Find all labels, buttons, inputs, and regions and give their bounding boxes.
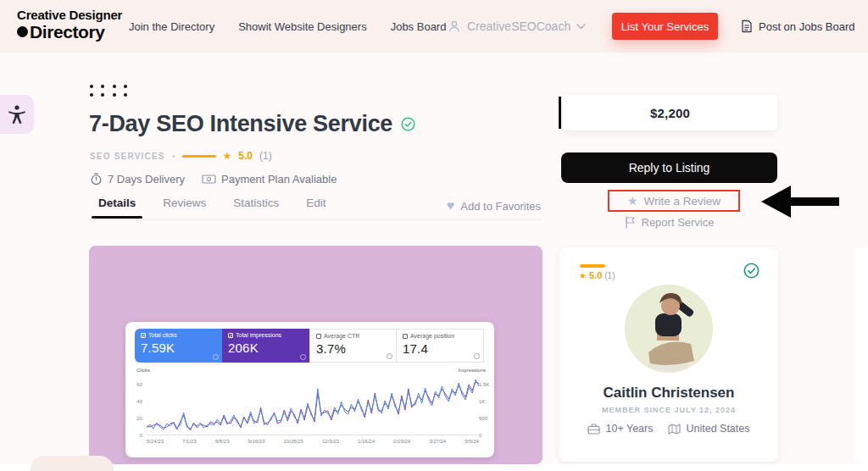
x-axis-ticks: 5/24/237/1/238/8/239/16/2310/25/2312/3/2… bbox=[147, 439, 479, 444]
star-icon: ★ bbox=[627, 195, 638, 207]
rating-bar bbox=[182, 155, 216, 158]
search-console-screenshot: Total clicks 7.59K Total impressions 206… bbox=[125, 322, 494, 457]
metric-value: 7.59K bbox=[141, 341, 217, 355]
seller-details: 10+ Years United States bbox=[559, 423, 778, 435]
main-nav: Join the Directory Showit Website Design… bbox=[129, 0, 446, 53]
metric-value: 3.7% bbox=[316, 341, 391, 356]
delivery-attribute: 7 Days Delivery bbox=[90, 173, 185, 186]
checkbox-checked-icon bbox=[228, 333, 233, 338]
tab-statistics[interactable]: Statistics bbox=[233, 197, 279, 218]
header: Creative Designer Directory Join the Dir… bbox=[0, 0, 868, 53]
star-icon: ★ bbox=[579, 271, 587, 280]
report-service-button[interactable]: Report Service bbox=[561, 213, 777, 231]
flag-icon bbox=[625, 216, 636, 229]
chart-plot-area bbox=[147, 376, 479, 435]
experience-label: 10+ Years bbox=[605, 423, 653, 435]
checkbox-checked-icon bbox=[141, 333, 146, 338]
rating-count: (1) bbox=[604, 271, 615, 280]
checkbox-icon bbox=[316, 334, 321, 339]
report-service-label: Report Service bbox=[642, 216, 715, 229]
listing-meta: SEO SERVICES • ★ 5.0 (1) bbox=[90, 150, 272, 162]
verified-check-icon bbox=[401, 117, 415, 131]
delivery-label: 7 Days Delivery bbox=[108, 173, 185, 186]
metric-card-total-clicks: Total clicks 7.59K bbox=[135, 329, 222, 363]
clicks-line bbox=[147, 380, 479, 429]
clock-icon bbox=[90, 173, 103, 186]
seller-photo bbox=[625, 285, 713, 373]
impressions-line bbox=[147, 382, 479, 430]
seller-name[interactable]: Caitlin Christensen bbox=[559, 385, 778, 402]
metric-card-average-position: Average position 17.4 bbox=[397, 329, 484, 363]
add-to-favorites-button[interactable]: ♥ Add to Favorites bbox=[447, 199, 541, 213]
rating-value: 5.0 bbox=[589, 270, 602, 280]
bottom-strip bbox=[0, 464, 868, 471]
metric-value: 17.4 bbox=[403, 341, 478, 356]
seller-rating: ★ 5.0 (1) bbox=[579, 270, 615, 280]
bottom-left-widget[interactable] bbox=[31, 456, 114, 471]
heart-icon: ♥ bbox=[447, 199, 455, 213]
location-attribute: United States bbox=[668, 423, 749, 435]
tab-edit[interactable]: Edit bbox=[306, 197, 326, 218]
accessibility-widget-button[interactable] bbox=[0, 95, 34, 134]
rating-bar bbox=[580, 264, 605, 268]
payment-attribute: Payment Plan Avaliable bbox=[202, 173, 337, 186]
seller-card: ★ 5.0 (1) Caitlin Christensen MEMBER SIN… bbox=[559, 247, 778, 462]
metric-card-average-ctr: Average CTR 3.7% bbox=[309, 329, 397, 363]
metric-card-total-impressions: Total impressions 206K bbox=[222, 329, 309, 363]
rating-count[interactable]: (1) bbox=[259, 150, 272, 162]
listing-attributes: 7 Days Delivery Payment Plan Avaliable bbox=[90, 173, 337, 186]
site-logo[interactable]: Creative Designer Directory bbox=[17, 8, 122, 42]
right-axis-ticks: 1.5K1K5000 bbox=[479, 376, 492, 435]
page: Creative Designer Directory Join the Dir… bbox=[0, 0, 868, 471]
map-icon bbox=[668, 424, 681, 435]
seller-avatar[interactable] bbox=[625, 285, 713, 373]
right-edge-panel bbox=[854, 247, 868, 464]
payment-label: Payment Plan Avaliable bbox=[221, 173, 337, 186]
post-on-jobs-board-link[interactable]: Post on Jobs Board bbox=[741, 0, 854, 53]
favorites-label: Add to Favorites bbox=[460, 200, 541, 213]
verified-check-icon bbox=[743, 263, 760, 279]
chevron-down-icon bbox=[576, 24, 586, 30]
info-icon bbox=[300, 354, 306, 360]
write-review-label: Write a Review bbox=[644, 195, 721, 208]
tab-reviews[interactable]: Reviews bbox=[163, 197, 206, 218]
text-cursor-mark bbox=[559, 97, 561, 129]
tab-details[interactable]: Details bbox=[98, 197, 136, 218]
performance-chart: Clicks Impressions 6040200 1.5K1K5000 5/… bbox=[125, 368, 494, 452]
meta-separator: • bbox=[172, 151, 175, 161]
reply-to-listing-button[interactable]: Reply to Listing bbox=[561, 152, 777, 183]
rating-value: 5.0 bbox=[238, 150, 253, 162]
nav-join-directory[interactable]: Join the Directory bbox=[129, 20, 214, 33]
left-axis-ticks: 6040200 bbox=[131, 376, 142, 435]
info-icon bbox=[474, 353, 480, 359]
right-axis-label: Impressions bbox=[459, 368, 486, 373]
logo-text-bottom: Directory bbox=[30, 22, 105, 42]
checkbox-icon bbox=[403, 334, 408, 339]
post-jobs-label: Post on Jobs Board bbox=[759, 20, 854, 33]
metric-cards: Total clicks 7.59K Total impressions 206… bbox=[135, 329, 484, 363]
list-your-services-button[interactable]: List Your Services bbox=[612, 13, 718, 40]
logo-dot-icon bbox=[17, 26, 28, 37]
star-icon: ★ bbox=[223, 150, 232, 162]
left-axis-label: Clicks bbox=[136, 368, 150, 373]
username-label: CreativeSEOCoach bbox=[467, 19, 570, 33]
user-account-menu[interactable]: CreativeSEOCoach bbox=[448, 0, 586, 53]
document-icon bbox=[741, 19, 753, 33]
category-label[interactable]: SEO SERVICES bbox=[90, 152, 165, 161]
price-value: $2,200 bbox=[650, 106, 690, 120]
experience-attribute: 10+ Years bbox=[587, 423, 653, 435]
member-since-label: MEMBER SINCE JULY 12, 2024 bbox=[559, 406, 778, 414]
metric-value: 206K bbox=[228, 341, 304, 355]
nav-showit-designers[interactable]: Showit Website Designers bbox=[238, 20, 367, 33]
nav-jobs-board[interactable]: Jobs Board bbox=[391, 20, 447, 33]
info-icon bbox=[213, 354, 219, 360]
payment-icon bbox=[202, 174, 216, 185]
decorative-dots bbox=[90, 85, 129, 97]
location-label: United States bbox=[686, 423, 749, 435]
page-title: 7-Day SEO Intensive Service bbox=[89, 111, 392, 137]
tab-bar: Details Reviews Statistics Edit ♥ Add to… bbox=[89, 197, 542, 220]
service-image[interactable]: Total clicks 7.59K Total impressions 206… bbox=[89, 246, 542, 464]
write-review-button[interactable]: ★ Write a Review bbox=[608, 190, 740, 212]
user-icon bbox=[448, 19, 461, 33]
logo-text-top: Creative Designer bbox=[17, 8, 122, 22]
